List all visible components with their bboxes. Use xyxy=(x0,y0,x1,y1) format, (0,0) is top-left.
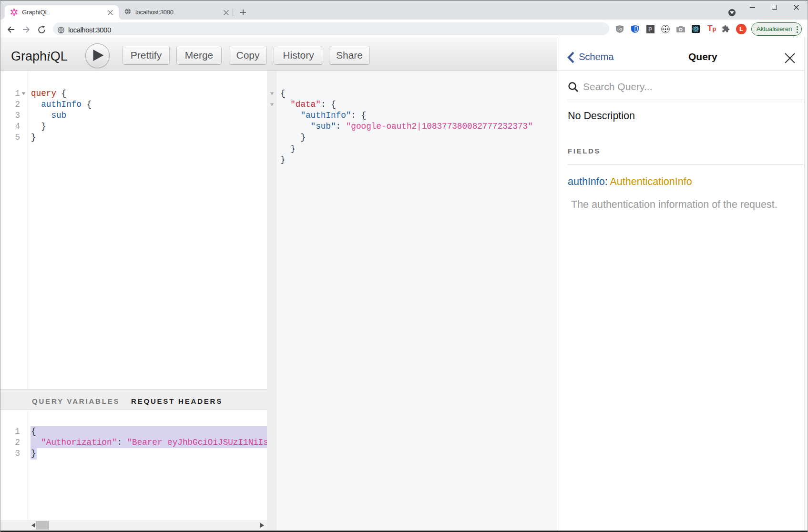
svg-text:uO: uO xyxy=(617,28,622,31)
